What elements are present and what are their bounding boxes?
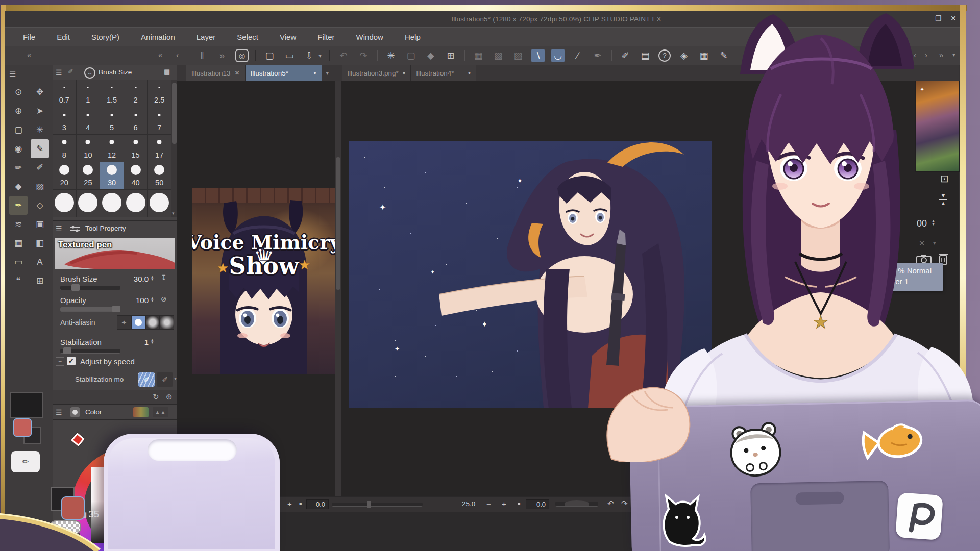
- frame-border-tool-icon[interactable]: ▭: [9, 253, 28, 271]
- grid-tool-icon[interactable]: ⊞: [31, 271, 49, 290]
- brush-size-cell[interactable]: 12: [100, 135, 124, 162]
- zoom-out-icon[interactable]: −: [486, 499, 491, 508]
- pen-tool-icon[interactable]: ✎: [31, 139, 49, 158]
- brush-size-cell[interactable]: 2.5: [148, 80, 172, 107]
- aa-weak-button[interactable]: [131, 315, 145, 330]
- collapse-minus-icon[interactable]: −: [56, 357, 64, 366]
- brush-size-cell[interactable]: [100, 190, 124, 217]
- brush-size-cell[interactable]: 6: [124, 107, 148, 135]
- dock-collapse-icon-3[interactable]: ‹: [176, 51, 179, 59]
- decoration-tool-icon[interactable]: ✒: [9, 196, 28, 215]
- tool-strip-menu-icon[interactable]: ☰: [9, 69, 16, 79]
- curve-tool-icon[interactable]: ◡: [551, 49, 565, 62]
- brush-size-cell[interactable]: 1: [77, 80, 101, 107]
- zoom-tool-icon[interactable]: ⊙: [9, 83, 28, 102]
- aa-strong-button[interactable]: [160, 315, 174, 330]
- snap-icon-1[interactable]: ▦: [472, 49, 485, 62]
- tab-illustration13[interactable]: Illustration13 ✕: [186, 65, 246, 81]
- menu-layer[interactable]: Layer: [186, 33, 227, 41]
- undo-icon[interactable]: ↶: [337, 49, 350, 62]
- simple-mode-button[interactable]: ✏: [11, 451, 40, 472]
- auto-select-tool-icon[interactable]: ✳: [31, 120, 49, 139]
- tool-property-menu-icon[interactable]: ☰: [56, 224, 62, 233]
- brush-size-cell[interactable]: [53, 190, 77, 217]
- brush-size-cell[interactable]: [77, 190, 101, 217]
- gradient-tab-icon[interactable]: [133, 407, 149, 417]
- brush-size-cell[interactable]: 8: [53, 135, 77, 162]
- line-tool-icon[interactable]: ∖: [531, 49, 545, 62]
- brush-panel-menu-icon[interactable]: ☰: [56, 68, 62, 77]
- menu-animation[interactable]: Animation: [130, 33, 186, 41]
- operate-tool-icon[interactable]: ➤: [31, 102, 49, 120]
- save-file-icon[interactable]: ⇩: [303, 49, 316, 62]
- stabilization-value[interactable]: 1: [118, 338, 149, 346]
- tab-illustration4[interactable]: Illustration4* ●: [411, 65, 476, 81]
- menu-select[interactable]: Select: [226, 33, 269, 41]
- stab-mode-1-button[interactable]: ✐: [138, 372, 155, 387]
- menu-window[interactable]: Window: [346, 33, 394, 41]
- brush-panel-options-icon[interactable]: ▤: [164, 68, 170, 76]
- brush-size-cell-selected[interactable]: 30: [100, 162, 124, 190]
- hue-marker[interactable]: [71, 433, 85, 446]
- color-wheel-tab-icon[interactable]: [70, 407, 80, 417]
- brush-size-cell[interactable]: 40: [124, 162, 148, 190]
- eraser-tool-icon[interactable]: ◇: [31, 196, 49, 215]
- new-file-icon[interactable]: ▢: [263, 49, 276, 62]
- brush-size-cell[interactable]: 5: [100, 107, 124, 135]
- brush-size-cell[interactable]: 7: [148, 107, 172, 135]
- redo-icon[interactable]: ↷: [357, 49, 370, 62]
- save-caret-icon[interactable]: ▾: [317, 49, 323, 62]
- snap-icon-2[interactable]: ▩: [492, 49, 505, 62]
- menu-help[interactable]: Help: [394, 33, 431, 41]
- select-rect-icon[interactable]: ▢: [404, 49, 418, 62]
- rotation-stop-icon[interactable]: ■: [518, 501, 520, 506]
- marker-tool-icon[interactable]: ◆: [9, 177, 28, 196]
- gradient-tool-icon[interactable]: ▦: [9, 234, 28, 253]
- tab-close-icon[interactable]: ✕: [235, 69, 240, 77]
- reset-time-icon[interactable]: ↻: [153, 392, 159, 402]
- airbrush-tool-icon[interactable]: ▨: [31, 177, 49, 196]
- menu-view[interactable]: View: [269, 33, 307, 41]
- no-effect-icon[interactable]: ⊘: [161, 295, 167, 303]
- move-tool-icon[interactable]: ⊕: [9, 102, 28, 120]
- blend-tool-icon[interactable]: ≋: [9, 215, 28, 234]
- opacity-value[interactable]: 100: [118, 296, 149, 305]
- zoom-in-icon[interactable]: +: [502, 499, 506, 508]
- left-rotation-stop-icon[interactable]: ■: [299, 501, 302, 506]
- fill-tool-icon[interactable]: ▣: [31, 215, 49, 234]
- quick-mask-icon[interactable]: ◆: [424, 49, 437, 62]
- brush-size-slider[interactable]: [60, 286, 120, 290]
- brush-panel-scrollbar[interactable]: ▾: [172, 80, 177, 217]
- brush-size-cell[interactable]: 4: [77, 107, 101, 135]
- figure-tool-icon[interactable]: ◧: [31, 234, 49, 253]
- pencil-tool-icon[interactable]: ✏: [9, 158, 28, 177]
- left-canvas-artwork[interactable]: ♛ Voice Mimicry Show ★ ★: [192, 188, 335, 374]
- tab-illustration3[interactable]: Illustration3.png* ●: [342, 65, 411, 81]
- overflow-icon[interactable]: »: [215, 49, 229, 62]
- scroll-down-icon[interactable]: ▾: [172, 211, 175, 216]
- brush-size-spinner[interactable]: ▴▾: [151, 276, 154, 281]
- tab-illustration5[interactable]: Illustration5* ●: [246, 65, 322, 81]
- opacity-slider[interactable]: [60, 307, 120, 312]
- open-file-icon[interactable]: ▭: [283, 49, 296, 62]
- mountains-tab-icon[interactable]: ▲▲: [153, 407, 168, 417]
- sub-view-box[interactable]: [10, 392, 43, 418]
- tab-overflow-icon[interactable]: ▾: [326, 70, 329, 77]
- aa-none-button[interactable]: ✦: [117, 315, 131, 330]
- balloon-tool-icon[interactable]: ❝: [9, 271, 28, 290]
- register-default-icon[interactable]: ↧: [161, 273, 167, 282]
- marquee-tool-icon[interactable]: ▢: [9, 120, 28, 139]
- left-canvas-scrollbar[interactable]: [335, 81, 341, 496]
- brush-size-value[interactable]: 30.0: [118, 274, 149, 283]
- brush-size-cell[interactable]: 1.5: [100, 80, 124, 107]
- brush-size-cell[interactable]: [124, 190, 148, 217]
- stab-mode-caret-icon[interactable]: ▾: [174, 375, 177, 381]
- brush-size-cell[interactable]: 25: [77, 162, 101, 190]
- brush-size-cell[interactable]: 15: [124, 135, 148, 162]
- color-panel-menu-icon[interactable]: ☰: [56, 408, 62, 416]
- tool-preview[interactable]: Textured pen: [55, 238, 175, 269]
- opacity-spinner[interactable]: ▴▾: [151, 297, 154, 303]
- menu-filter[interactable]: Filter: [307, 33, 345, 41]
- dock-collapse-icon-2[interactable]: «: [158, 51, 162, 59]
- brush-size-cell[interactable]: 10: [77, 135, 101, 162]
